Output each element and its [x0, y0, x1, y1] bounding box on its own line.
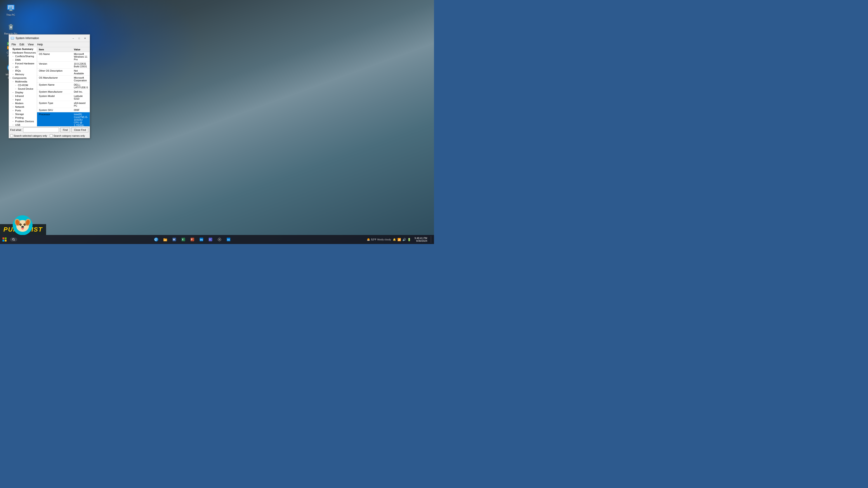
menu-edit[interactable]: Edit: [18, 42, 26, 46]
info-table: Item Value OS NameMicrosoft Windows 11 P…: [37, 47, 90, 126]
tree-item-usb[interactable]: – USB: [9, 123, 37, 126]
svg-line-41: [14, 240, 15, 240]
table-row[interactable]: System NameDELL-LATITUDE-5: [37, 83, 90, 90]
close-find-button[interactable]: Close Find: [71, 127, 88, 132]
table-panel[interactable]: Item Value OS NameMicrosoft Windows 11 P…: [37, 47, 90, 126]
table-cell-item: OS Name: [37, 52, 72, 62]
tree-item-infrared[interactable]: – Infrared: [9, 94, 37, 98]
sound-icon[interactable]: 🔊: [402, 238, 406, 241]
table-row[interactable]: System SKU099F: [37, 108, 90, 112]
table-cell-item: OS Manufacturer: [37, 76, 72, 83]
svg-text:X: X: [182, 238, 184, 241]
tree-item-components[interactable]: − Components: [9, 76, 37, 80]
tree-item-irqs[interactable]: – IRQs: [9, 69, 37, 72]
menu-file[interactable]: File: [10, 42, 18, 46]
tree-item-printing[interactable]: – Printing: [9, 116, 37, 120]
menu-view[interactable]: View: [26, 42, 35, 46]
taskbar-explorer[interactable]: [161, 235, 169, 243]
svg-rect-21: [11, 37, 14, 39]
tree-item-multimedia[interactable]: − Multimedia: [9, 80, 37, 84]
tree-item-forced-hardware[interactable]: – Forced Hardware: [9, 62, 37, 65]
svg-point-33: [25, 224, 25, 225]
find-checkboxes: Search selected category only Search cat…: [10, 134, 88, 137]
weather-icon: [367, 238, 370, 241]
close-button[interactable]: ✕: [82, 36, 88, 40]
table-cell-value: x64-based PC: [72, 101, 90, 108]
mascot: [12, 215, 33, 235]
tree-item-system-summary[interactable]: System Summary: [9, 47, 37, 51]
desktop-icon-this-pc[interactable]: This PC: [2, 2, 19, 18]
table-cell-value: 10.0.22631 Build 22631: [72, 62, 90, 69]
tree-item-memory[interactable]: – Memory: [9, 72, 37, 76]
search-selected-checkbox-label[interactable]: Search selected category only: [10, 134, 47, 137]
find-input[interactable]: [23, 127, 59, 132]
table-row[interactable]: OS NameMicrosoft Windows 11 Pro: [37, 52, 90, 62]
tree-item-cdrom[interactable]: – CD-ROM: [9, 84, 37, 87]
table-cell-item: Version: [37, 62, 72, 69]
tree-panel[interactable]: System Summary − Hardware Resources – Co…: [9, 47, 37, 126]
tree-item-io[interactable]: – I/O: [9, 65, 37, 69]
tree-item-sound-device[interactable]: – Sound Device: [9, 87, 37, 91]
search-category-names-checkbox-label[interactable]: Search category names only: [50, 134, 85, 137]
minimize-button[interactable]: –: [70, 36, 76, 40]
tree-item-ports[interactable]: – Ports: [9, 109, 37, 112]
desktop: This PC ♻ Recycle Bin: [0, 0, 434, 244]
taskbar-word[interactable]: W: [170, 235, 178, 243]
search-icon: [12, 238, 15, 241]
table-cell-item: System Name: [37, 83, 72, 90]
table-row[interactable]: Version10.0.22631 Build 22631: [37, 62, 90, 69]
show-desktop-button[interactable]: [431, 236, 432, 243]
tree-item-network[interactable]: − Network: [9, 105, 37, 109]
tree-item-modem[interactable]: – Modem: [9, 101, 37, 105]
titlebar-left: System Information: [11, 36, 39, 40]
weather-widget[interactable]: 52°F Mostly cloudy: [367, 238, 391, 241]
maximize-button[interactable]: □: [76, 36, 82, 40]
start-button[interactable]: [0, 235, 9, 244]
window-menubar: File Edit View Help: [9, 42, 90, 47]
battery-icon[interactable]: 🔋: [407, 238, 411, 241]
search-selected-checkbox[interactable]: [10, 134, 13, 137]
svg-rect-8: [11, 8, 12, 9]
table-row[interactable]: System ModelLatitude 5310: [37, 94, 90, 101]
svg-rect-61: [367, 240, 370, 241]
table-cell-value: Microsoft Corporation: [72, 76, 90, 83]
taskbar-excel[interactable]: X: [179, 235, 187, 243]
taskbar-right: 52°F Mostly cloudy 🔔1 📶 🔊 🔋 9:48:41 PM 9…: [367, 236, 434, 243]
taskbar-outlook[interactable]: Ou: [197, 235, 206, 243]
svg-point-30: [20, 223, 22, 226]
tree-item-storage[interactable]: − Storage: [9, 112, 37, 116]
tree-item-input[interactable]: − Input: [9, 98, 37, 101]
tree-item-dma[interactable]: – DMA: [9, 58, 37, 62]
search-category-names-checkbox[interactable]: [50, 134, 53, 137]
taskbar-powerpoint[interactable]: P: [188, 235, 196, 243]
taskbar-search[interactable]: [10, 237, 17, 241]
table-row[interactable]: ProcessorIntel(R) Core(TM) i5-10310U CPU…: [37, 112, 90, 127]
find-button[interactable]: Find: [60, 127, 70, 132]
svg-rect-46: [164, 240, 166, 241]
taskbar-edge[interactable]: [152, 235, 160, 243]
table-cell-item: Processor: [37, 112, 72, 127]
tree-item-problem-devices[interactable]: – Problem Devices: [9, 120, 37, 123]
taskbar-azure[interactable]: Az: [224, 235, 232, 243]
taskbar-teams[interactable]: T: [206, 235, 215, 243]
menu-help[interactable]: Help: [35, 42, 45, 46]
taskbar-clock[interactable]: 9:48:41 PM 9/30/2024: [413, 237, 429, 242]
table-row[interactable]: System ManufacturerDell Inc.: [37, 90, 90, 94]
taskbar-settings[interactable]: [215, 235, 223, 243]
window-title: System Information: [16, 37, 39, 40]
tree-item-conflicts[interactable]: – Conflicts/Sharing: [9, 55, 37, 58]
tree-item-display[interactable]: – Display: [9, 91, 37, 94]
wifi-icon[interactable]: 📶: [397, 238, 401, 241]
window-titlebar[interactable]: System Information – □ ✕: [9, 35, 90, 42]
table-row[interactable]: System Typex64-based PC: [37, 101, 90, 108]
svg-text:P: P: [191, 238, 193, 241]
svg-rect-37: [5, 237, 6, 239]
svg-rect-36: [2, 237, 4, 239]
svg-rect-45: [164, 240, 166, 240]
tree-item-hardware-resources[interactable]: − Hardware Resources: [9, 51, 37, 55]
search-category-names-label: Search category names only: [53, 134, 85, 137]
table-row[interactable]: OS ManufacturerMicrosoft Corporation: [37, 76, 90, 83]
table-row[interactable]: Other OS DescriptionNot Available: [37, 69, 90, 76]
table-cell-value: Dell Inc.: [72, 90, 90, 94]
notification-badge[interactable]: 🔔1: [393, 238, 396, 241]
